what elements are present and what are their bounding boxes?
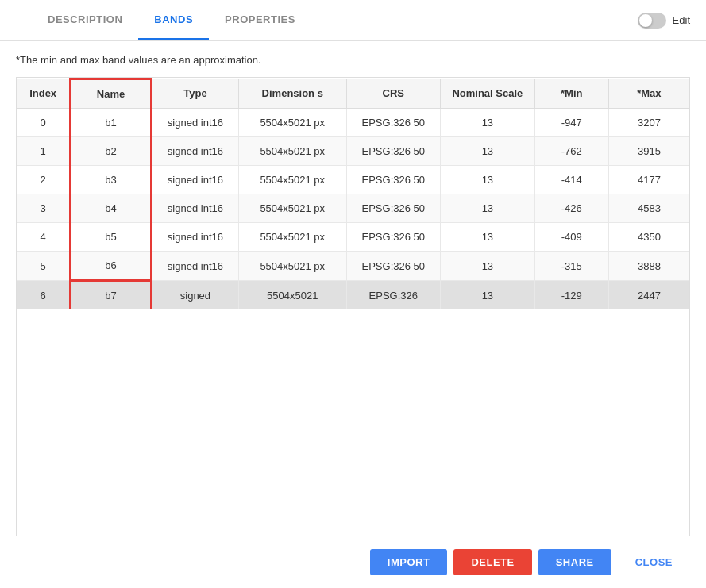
cell-dimensions: 5504x5021 xyxy=(238,281,346,310)
cell-scale: 13 xyxy=(441,109,535,137)
cell-dimensions: 5504x5021 px xyxy=(238,109,346,137)
cell-index: 0 xyxy=(17,109,71,137)
cell-type: signed int16 xyxy=(151,166,238,194)
col-header-index: Index xyxy=(17,79,71,109)
table-row: 3b4signed int165504x5021 pxEPSG:326 5013… xyxy=(17,194,689,223)
footer: IMPORT DELETE SHARE CLOSE xyxy=(0,536,706,588)
import-button[interactable]: IMPORT xyxy=(370,549,448,575)
cell-min: -414 xyxy=(534,166,608,194)
cell-crs: EPSG:326 50 xyxy=(346,223,441,252)
table-row: 1b2signed int165504x5021 pxEPSG:326 5013… xyxy=(17,137,689,166)
cell-name: b6 xyxy=(71,252,152,281)
cell-dimensions: 5504x5021 px xyxy=(238,223,346,252)
cell-index: 5 xyxy=(17,252,71,281)
cell-scale: 13 xyxy=(441,166,535,194)
cell-dimensions: 5504x5021 px xyxy=(238,137,346,166)
edit-label: Edit xyxy=(673,14,690,26)
cell-dimensions: 5504x5021 px xyxy=(238,252,346,281)
cell-scale: 13 xyxy=(441,137,535,166)
cell-index: 6 xyxy=(17,281,71,310)
cell-min: -409 xyxy=(534,223,608,252)
cell-type: signed int16 xyxy=(151,137,238,166)
tab-bands[interactable]: BANDS xyxy=(138,1,209,40)
cell-name: b3 xyxy=(71,166,152,194)
cell-scale: 13 xyxy=(441,252,535,281)
cell-scale: 13 xyxy=(441,194,535,223)
col-header-name: Name xyxy=(71,79,152,109)
cell-crs: EPSG:326 xyxy=(346,281,441,310)
cell-max: 4177 xyxy=(608,166,689,194)
table-row: 0b1signed int165504x5021 pxEPSG:326 5013… xyxy=(17,109,689,137)
cell-min: -762 xyxy=(534,137,608,166)
cell-scale: 13 xyxy=(441,281,535,310)
cell-index: 1 xyxy=(17,137,71,166)
cell-name: b1 xyxy=(71,109,152,137)
cell-dimensions: 5504x5021 px xyxy=(238,166,346,194)
share-button[interactable]: SHARE xyxy=(538,549,611,575)
cell-index: 2 xyxy=(17,166,71,194)
table-row: 6b7signed5504x5021EPSG:32613-1292447 xyxy=(17,281,689,310)
cell-min: -947 xyxy=(534,109,608,137)
content-area: *The min and max band values are an appr… xyxy=(0,41,706,536)
cell-name: b5 xyxy=(71,223,152,252)
cell-type: signed int16 xyxy=(151,223,238,252)
cell-type: signed int16 xyxy=(151,252,238,281)
toggle-knob xyxy=(639,14,652,27)
cell-min: -129 xyxy=(534,281,608,310)
col-header-dimensions: Dimension s xyxy=(238,79,346,109)
tab-description[interactable]: DESCRIPTION xyxy=(32,1,138,40)
cell-max: 3888 xyxy=(608,252,689,281)
edit-toggle-switch[interactable] xyxy=(638,13,666,29)
cell-name: b4 xyxy=(71,194,152,223)
col-header-type: Type xyxy=(151,79,238,109)
tabs-bar: DESCRIPTION BANDS PROPERTIES Edit xyxy=(0,0,706,41)
col-header-scale: Nominal Scale xyxy=(441,79,535,109)
note-text: *The min and max band values are an appr… xyxy=(16,54,690,66)
cell-crs: EPSG:326 50 xyxy=(346,166,441,194)
tab-properties[interactable]: PROPERTIES xyxy=(209,1,311,40)
table-row: 2b3signed int165504x5021 pxEPSG:326 5013… xyxy=(17,166,689,194)
table-row: 5b6signed int165504x5021 pxEPSG:326 5013… xyxy=(17,252,689,281)
cell-min: -315 xyxy=(534,252,608,281)
cell-name: b7 xyxy=(71,281,152,310)
modal-container: DESCRIPTION BANDS PROPERTIES Edit *The m… xyxy=(0,0,706,588)
cell-min: -426 xyxy=(534,194,608,223)
col-header-crs: CRS xyxy=(346,79,441,109)
cell-index: 4 xyxy=(17,223,71,252)
cell-max: 3207 xyxy=(608,109,689,137)
delete-button[interactable]: DELETE xyxy=(453,549,531,575)
cell-dimensions: 5504x5021 px xyxy=(238,194,346,223)
cell-type: signed int16 xyxy=(151,194,238,223)
col-header-min: *Min xyxy=(534,79,608,109)
table-header-row: Index Name Type Dimension s CRS Nominal … xyxy=(17,79,689,109)
cell-crs: EPSG:326 50 xyxy=(346,109,441,137)
cell-index: 3 xyxy=(17,194,71,223)
cell-crs: EPSG:326 50 xyxy=(346,137,441,166)
bands-table: Index Name Type Dimension s CRS Nominal … xyxy=(17,78,689,309)
close-button[interactable]: CLOSE xyxy=(618,549,690,575)
table-wrapper[interactable]: Index Name Type Dimension s CRS Nominal … xyxy=(16,77,690,536)
cell-max: 2447 xyxy=(608,281,689,310)
cell-max: 3915 xyxy=(608,137,689,166)
cell-crs: EPSG:326 50 xyxy=(346,194,441,223)
cell-crs: EPSG:326 50 xyxy=(346,252,441,281)
cell-max: 4350 xyxy=(608,223,689,252)
cell-type: signed int16 xyxy=(151,109,238,137)
cell-name: b2 xyxy=(71,137,152,166)
cell-scale: 13 xyxy=(441,223,535,252)
table-row: 4b5signed int165504x5021 pxEPSG:326 5013… xyxy=(17,223,689,252)
cell-max: 4583 xyxy=(608,194,689,223)
edit-toggle-area: Edit xyxy=(638,13,690,29)
col-header-max: *Max xyxy=(608,79,689,109)
cell-type: signed xyxy=(151,281,238,310)
